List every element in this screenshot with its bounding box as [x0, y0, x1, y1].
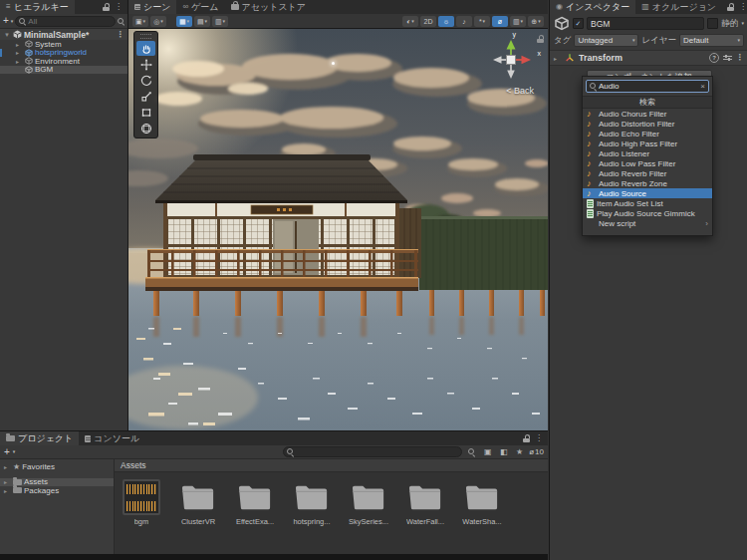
tab-inspector[interactable]: ◉ インスペクター: [550, 0, 635, 14]
asset-folder[interactable]: WaterFall...: [405, 479, 445, 526]
hierarchy-item-system[interactable]: ▸ System: [0, 40, 127, 49]
hierarchy-filter-icon[interactable]: [118, 18, 124, 25]
asset-folder[interactable]: WaterSha...: [462, 479, 502, 526]
gameobject-name-field[interactable]: [587, 17, 704, 30]
rotate-tool[interactable]: [136, 73, 155, 88]
hierarchy-item-environment[interactable]: ▸ Environment: [0, 57, 127, 66]
lighting-toggle-button[interactable]: ☼: [438, 16, 454, 27]
component-item[interactable]: ♪Audio Chorus Filter: [583, 109, 712, 119]
2d-toggle-button[interactable]: 2D: [420, 16, 436, 27]
kebab-menu-icon[interactable]: ⋮: [736, 54, 744, 62]
layer-dropdown[interactable]: Default ▾: [679, 34, 744, 47]
foldout-icon[interactable]: ▸: [16, 49, 23, 56]
audio-toggle-button[interactable]: ♪: [456, 16, 472, 27]
snap-increment-button[interactable]: ▥▾: [212, 16, 228, 27]
gizmo-back-button[interactable]: < Back: [506, 86, 534, 96]
component-item[interactable]: ♪Audio Reverb Zone: [583, 178, 712, 188]
hierarchy-search-input[interactable]: [28, 17, 112, 26]
asset-folder[interactable]: ClusterVR: [178, 479, 218, 526]
tab-console[interactable]: コンソール: [79, 431, 145, 445]
component-item[interactable]: ♪Audio High Pass Filter: [583, 139, 712, 148]
component-item[interactable]: ♪Audio Reverb Filter: [583, 168, 712, 178]
tab-occlusion[interactable]: ▥ オクルージョン: [635, 0, 722, 14]
hierarchy-item-bgm[interactable]: BGM: [0, 66, 127, 75]
orientation-gizmo[interactable]: [486, 33, 536, 83]
overlay-drag-handle[interactable]: [140, 34, 151, 39]
foldout-icon[interactable]: ▸: [4, 487, 11, 494]
transform-component-header[interactable]: ▸ Transform ⋮: [550, 50, 747, 66]
asset-folder[interactable]: SkySeries...: [349, 479, 388, 526]
scene-kebab-icon[interactable]: ⋮: [117, 31, 124, 39]
presets-icon[interactable]: [723, 55, 732, 62]
foldout-icon[interactable]: ▸: [554, 55, 561, 62]
asset-folder[interactable]: hotspring...: [292, 479, 332, 526]
favorites-item[interactable]: ▸ ★ Favorites: [0, 462, 114, 471]
search-by-asset-icon[interactable]: ▣: [481, 446, 494, 457]
lock-icon[interactable]: [727, 3, 734, 11]
view-hand-tool[interactable]: [136, 41, 155, 56]
new-script-item[interactable]: New script›: [583, 218, 712, 228]
component-item[interactable]: Play Audio Source Gimmick: [583, 208, 712, 218]
foldout-icon[interactable]: ▸: [16, 41, 23, 48]
static-dropdown-icon[interactable]: ▾: [741, 21, 744, 26]
tab-project[interactable]: プロジェクト: [0, 431, 79, 445]
transform-tool[interactable]: [136, 121, 155, 136]
project-search-input[interactable]: [296, 447, 458, 456]
scene-visibility-button[interactable]: ø: [492, 16, 508, 27]
hierarchy-item-hotspringworld[interactable]: ▸ hotspringworld: [0, 49, 127, 58]
project-search-field[interactable]: [283, 446, 462, 457]
create-asset-dropdown-icon[interactable]: ▾: [13, 449, 16, 454]
foldout-icon[interactable]: ▸: [4, 478, 11, 485]
move-tool[interactable]: [136, 57, 155, 72]
rect-tool[interactable]: [136, 105, 155, 120]
static-checkbox[interactable]: ✓: [707, 18, 718, 29]
component-search-input[interactable]: [599, 82, 698, 91]
clear-search-icon[interactable]: ×: [700, 83, 705, 91]
hierarchy-search-field[interactable]: [15, 16, 116, 27]
scene-viewport[interactable]: y x < Back: [128, 29, 548, 430]
lock-icon[interactable]: [523, 434, 530, 442]
assets-tree-item[interactable]: ▸ Assets: [0, 478, 114, 487]
camera-settings-button[interactable]: ▥▾: [510, 16, 526, 27]
gizmo-lock-icon[interactable]: [537, 35, 544, 43]
scene-header-row[interactable]: ▼ MinimalSample* ⋮: [0, 29, 127, 40]
component-item[interactable]: ♪Audio Echo Filter: [583, 129, 712, 139]
component-item[interactable]: ♪Audio Distortion Filter: [583, 119, 712, 129]
breadcrumb[interactable]: Assets: [115, 459, 548, 472]
component-search-field[interactable]: ×: [586, 80, 709, 93]
search-by-type-icon[interactable]: [465, 446, 478, 457]
snap-settings-button[interactable]: ▦▾: [176, 16, 192, 27]
gameobject-cube-icon[interactable]: [554, 16, 570, 31]
asset-bgm[interactable]: bgm: [122, 479, 161, 526]
tab-asset-store[interactable]: アセットストア: [225, 0, 312, 14]
hidden-count-toggle[interactable]: ø10: [529, 447, 544, 456]
component-item[interactable]: ♪Audio Listener: [583, 148, 712, 158]
scale-tool[interactable]: [136, 89, 155, 104]
component-item-selected[interactable]: ♪Audio Source: [583, 188, 712, 198]
active-checkbox[interactable]: ✓: [573, 18, 584, 29]
help-icon[interactable]: [709, 53, 719, 63]
grid-visual-button[interactable]: ◎▾: [150, 16, 166, 27]
foldout-icon[interactable]: ▸: [16, 58, 23, 65]
component-item[interactable]: ♪Audio Low Pass Filter: [583, 158, 712, 168]
effects-toggle-button[interactable]: *▾: [474, 16, 490, 27]
grid-snap-button[interactable]: ▤▾: [194, 16, 210, 27]
favorites-filter-icon[interactable]: ★: [513, 446, 526, 457]
tab-hierarchy[interactable]: ≡ ヒエラルキー: [0, 0, 75, 14]
lock-icon[interactable]: [103, 3, 110, 11]
search-by-label-icon[interactable]: ◧: [497, 446, 510, 457]
tab-scene[interactable]: シーン: [128, 0, 176, 14]
component-item[interactable]: Item Audio Set List: [583, 198, 712, 208]
kebab-menu-icon[interactable]: ⋮: [535, 434, 543, 442]
tool-settings-button[interactable]: ▣▾: [132, 16, 148, 27]
gizmos-button[interactable]: ⊕▾: [528, 16, 544, 27]
foldout-open-icon[interactable]: ▼: [4, 32, 11, 38]
kebab-menu-icon[interactable]: ⋮: [739, 3, 747, 11]
packages-tree-item[interactable]: ▸ Packages: [0, 486, 114, 495]
create-asset-button[interactable]: +: [4, 447, 10, 457]
foldout-icon[interactable]: ▸: [4, 463, 11, 470]
add-object-button[interactable]: +: [3, 16, 9, 26]
asset-folder[interactable]: EffectExa...: [235, 479, 275, 526]
kebab-menu-icon[interactable]: ⋮: [115, 3, 123, 11]
tag-dropdown[interactable]: Untagged ▾: [574, 34, 638, 47]
